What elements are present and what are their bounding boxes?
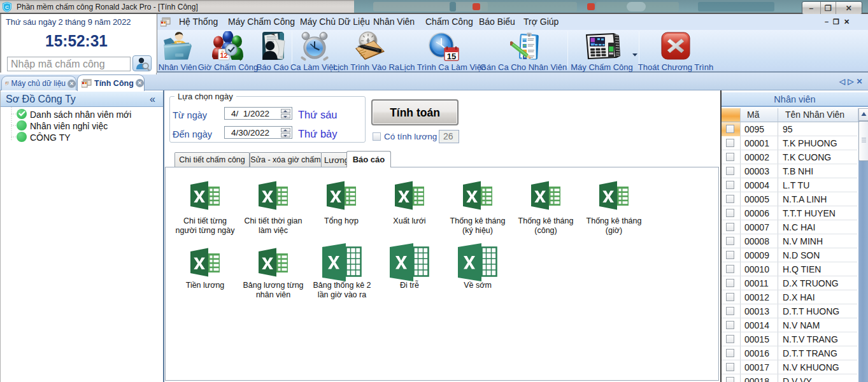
svg-text:C: C (5, 4, 9, 10)
svg-text:15: 15 (447, 52, 456, 61)
